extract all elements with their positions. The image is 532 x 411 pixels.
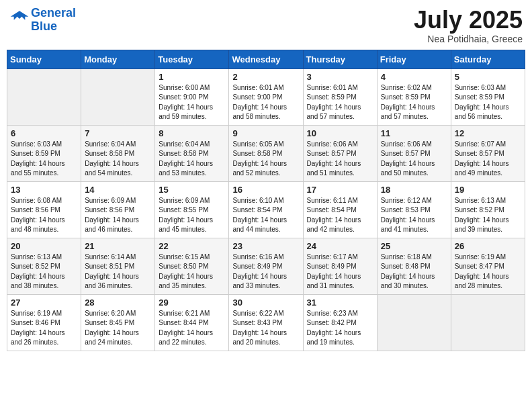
day-info: Sunrise: 6:15 AM Sunset: 8:50 PM Dayligh… bbox=[159, 253, 225, 291]
day-number: 6 bbox=[11, 128, 77, 138]
calendar-cell: 26Sunrise: 6:19 AM Sunset: 8:47 PM Dayli… bbox=[451, 238, 525, 294]
day-number: 20 bbox=[11, 241, 77, 251]
day-number: 27 bbox=[11, 298, 77, 308]
day-number: 5 bbox=[455, 72, 521, 82]
calendar-cell: 8Sunrise: 6:04 AM Sunset: 8:58 PM Daylig… bbox=[155, 125, 229, 181]
day-info: Sunrise: 6:16 AM Sunset: 8:49 PM Dayligh… bbox=[232, 253, 299, 291]
day-number: 11 bbox=[381, 128, 447, 138]
calendar-cell: 4Sunrise: 6:02 AM Sunset: 8:59 PM Daylig… bbox=[377, 68, 451, 125]
day-number: 25 bbox=[381, 241, 447, 251]
day-number: 8 bbox=[159, 128, 225, 138]
day-number: 21 bbox=[85, 241, 151, 251]
day-number: 7 bbox=[85, 128, 151, 138]
day-number: 19 bbox=[455, 185, 521, 195]
day-header-monday: Monday bbox=[81, 50, 155, 68]
location: Nea Potidhaia, Greece bbox=[414, 34, 523, 44]
calendar-cell: 5Sunrise: 6:03 AM Sunset: 8:59 PM Daylig… bbox=[451, 68, 525, 125]
day-number: 28 bbox=[85, 298, 151, 308]
calendar-cell: 24Sunrise: 6:17 AM Sunset: 8:49 PM Dayli… bbox=[303, 238, 377, 294]
day-info: Sunrise: 6:06 AM Sunset: 8:57 PM Dayligh… bbox=[381, 140, 447, 179]
day-number: 10 bbox=[307, 128, 373, 138]
calendar-table: SundayMondayTuesdayWednesdayThursdayFrid… bbox=[7, 50, 525, 351]
calendar-cell: 30Sunrise: 6:22 AM Sunset: 8:43 PM Dayli… bbox=[229, 294, 303, 351]
calendar-cell: 3Sunrise: 6:01 AM Sunset: 8:59 PM Daylig… bbox=[303, 68, 377, 125]
day-info: Sunrise: 6:10 AM Sunset: 8:54 PM Dayligh… bbox=[232, 196, 299, 235]
month-title: July 2025 bbox=[414, 7, 523, 34]
day-info: Sunrise: 6:19 AM Sunset: 8:47 PM Dayligh… bbox=[455, 253, 521, 291]
day-info: Sunrise: 6:14 AM Sunset: 8:51 PM Dayligh… bbox=[85, 253, 151, 291]
calendar-cell: 31Sunrise: 6:23 AM Sunset: 8:42 PM Dayli… bbox=[303, 294, 377, 351]
day-header-friday: Friday bbox=[377, 50, 451, 68]
title-block: July 2025 Nea Potidhaia, Greece bbox=[414, 7, 523, 44]
calendar-week-1: 1Sunrise: 6:00 AM Sunset: 9:00 PM Daylig… bbox=[7, 68, 525, 125]
calendar-cell bbox=[7, 68, 81, 125]
day-number: 30 bbox=[232, 298, 299, 308]
calendar-week-3: 13Sunrise: 6:08 AM Sunset: 8:56 PM Dayli… bbox=[7, 181, 525, 238]
day-number: 12 bbox=[455, 128, 521, 138]
logo-text: General Blue bbox=[31, 7, 76, 34]
calendar-cell: 10Sunrise: 6:06 AM Sunset: 8:57 PM Dayli… bbox=[303, 125, 377, 181]
calendar-cell: 21Sunrise: 6:14 AM Sunset: 8:51 PM Dayli… bbox=[81, 238, 155, 294]
calendar-cell: 16Sunrise: 6:10 AM Sunset: 8:54 PM Dayli… bbox=[229, 181, 303, 238]
calendar-week-2: 6Sunrise: 6:03 AM Sunset: 8:59 PM Daylig… bbox=[7, 125, 525, 181]
day-number: 26 bbox=[455, 241, 521, 251]
day-info: Sunrise: 6:08 AM Sunset: 8:56 PM Dayligh… bbox=[11, 196, 77, 235]
day-info: Sunrise: 6:17 AM Sunset: 8:49 PM Dayligh… bbox=[307, 253, 373, 291]
day-info: Sunrise: 6:07 AM Sunset: 8:57 PM Dayligh… bbox=[455, 140, 521, 179]
day-info: Sunrise: 6:18 AM Sunset: 8:48 PM Dayligh… bbox=[381, 253, 447, 291]
calendar-cell: 17Sunrise: 6:11 AM Sunset: 8:54 PM Dayli… bbox=[303, 181, 377, 238]
day-info: Sunrise: 6:01 AM Sunset: 9:00 PM Dayligh… bbox=[232, 83, 299, 122]
day-info: Sunrise: 6:06 AM Sunset: 8:57 PM Dayligh… bbox=[307, 140, 373, 179]
day-info: Sunrise: 6:00 AM Sunset: 9:00 PM Dayligh… bbox=[159, 83, 225, 122]
calendar-cell: 29Sunrise: 6:21 AM Sunset: 8:44 PM Dayli… bbox=[155, 294, 229, 351]
day-info: Sunrise: 6:09 AM Sunset: 8:56 PM Dayligh… bbox=[85, 196, 151, 235]
day-info: Sunrise: 6:13 AM Sunset: 8:52 PM Dayligh… bbox=[455, 196, 521, 235]
day-number: 13 bbox=[11, 185, 77, 195]
calendar-cell: 23Sunrise: 6:16 AM Sunset: 8:49 PM Dayli… bbox=[229, 238, 303, 294]
calendar-cell: 28Sunrise: 6:20 AM Sunset: 8:45 PM Dayli… bbox=[81, 294, 155, 351]
day-number: 24 bbox=[307, 241, 373, 251]
calendar-header-row: SundayMondayTuesdayWednesdayThursdayFrid… bbox=[7, 50, 525, 68]
calendar-week-4: 20Sunrise: 6:13 AM Sunset: 8:52 PM Dayli… bbox=[7, 238, 525, 294]
day-info: Sunrise: 6:09 AM Sunset: 8:55 PM Dayligh… bbox=[159, 196, 225, 235]
day-number: 2 bbox=[232, 72, 299, 82]
day-info: Sunrise: 6:13 AM Sunset: 8:52 PM Dayligh… bbox=[11, 253, 77, 291]
day-number: 9 bbox=[232, 128, 299, 138]
day-number: 4 bbox=[381, 72, 447, 82]
calendar-cell: 19Sunrise: 6:13 AM Sunset: 8:52 PM Dayli… bbox=[451, 181, 525, 238]
svg-marker-0 bbox=[11, 11, 29, 19]
day-number: 16 bbox=[232, 185, 299, 195]
calendar-week-5: 27Sunrise: 6:19 AM Sunset: 8:46 PM Dayli… bbox=[7, 294, 525, 351]
day-header-thursday: Thursday bbox=[303, 50, 377, 68]
day-header-wednesday: Wednesday bbox=[229, 50, 303, 68]
day-number: 14 bbox=[85, 185, 151, 195]
day-number: 3 bbox=[307, 72, 373, 82]
calendar-cell: 1Sunrise: 6:00 AM Sunset: 9:00 PM Daylig… bbox=[155, 68, 229, 125]
calendar-cell: 14Sunrise: 6:09 AM Sunset: 8:56 PM Dayli… bbox=[81, 181, 155, 238]
calendar-cell: 20Sunrise: 6:13 AM Sunset: 8:52 PM Dayli… bbox=[7, 238, 81, 294]
page-header: General Blue July 2025 Nea Potidhaia, Gr… bbox=[7, 7, 525, 44]
day-info: Sunrise: 6:11 AM Sunset: 8:54 PM Dayligh… bbox=[307, 196, 373, 235]
calendar-cell: 11Sunrise: 6:06 AM Sunset: 8:57 PM Dayli… bbox=[377, 125, 451, 181]
day-number: 22 bbox=[159, 241, 225, 251]
day-info: Sunrise: 6:01 AM Sunset: 8:59 PM Dayligh… bbox=[307, 83, 373, 122]
day-number: 17 bbox=[307, 185, 373, 195]
day-info: Sunrise: 6:02 AM Sunset: 8:59 PM Dayligh… bbox=[381, 83, 447, 122]
day-number: 18 bbox=[381, 185, 447, 195]
day-number: 15 bbox=[159, 185, 225, 195]
calendar-cell: 12Sunrise: 6:07 AM Sunset: 8:57 PM Dayli… bbox=[451, 125, 525, 181]
day-info: Sunrise: 6:23 AM Sunset: 8:42 PM Dayligh… bbox=[307, 309, 373, 348]
calendar-cell bbox=[81, 68, 155, 125]
calendar-cell: 15Sunrise: 6:09 AM Sunset: 8:55 PM Dayli… bbox=[155, 181, 229, 238]
day-info: Sunrise: 6:19 AM Sunset: 8:46 PM Dayligh… bbox=[11, 309, 77, 348]
day-info: Sunrise: 6:12 AM Sunset: 8:53 PM Dayligh… bbox=[381, 196, 447, 235]
calendar-cell: 7Sunrise: 6:04 AM Sunset: 8:58 PM Daylig… bbox=[81, 125, 155, 181]
calendar-cell: 25Sunrise: 6:18 AM Sunset: 8:48 PM Dayli… bbox=[377, 238, 451, 294]
day-header-saturday: Saturday bbox=[451, 50, 525, 68]
day-number: 23 bbox=[232, 241, 299, 251]
day-info: Sunrise: 6:04 AM Sunset: 8:58 PM Dayligh… bbox=[85, 140, 151, 179]
logo-icon bbox=[9, 9, 30, 29]
logo: General Blue bbox=[9, 7, 76, 34]
calendar-cell bbox=[377, 294, 451, 351]
calendar-cell: 27Sunrise: 6:19 AM Sunset: 8:46 PM Dayli… bbox=[7, 294, 81, 351]
